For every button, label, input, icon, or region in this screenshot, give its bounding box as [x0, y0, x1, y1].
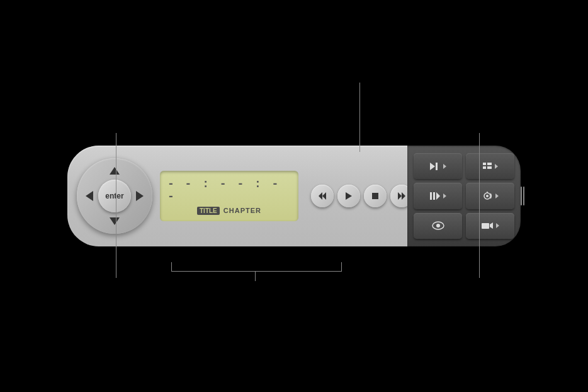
svg-marker-1: [322, 192, 326, 200]
nav-up-button[interactable]: [103, 161, 126, 180]
svg-marker-21: [490, 222, 493, 229]
svg-rect-20: [482, 223, 489, 229]
svg-marker-4: [398, 192, 402, 200]
display-panel: - - : - - : - - TITLE CHAPTER: [160, 171, 298, 221]
svg-marker-2: [346, 192, 352, 200]
nav-left-button[interactable]: [80, 185, 99, 207]
svg-rect-11: [487, 166, 492, 169]
svg-rect-3: [372, 193, 378, 199]
display-title-label: TITLE: [197, 207, 220, 215]
nav-down-button[interactable]: [103, 212, 126, 231]
svg-point-16: [486, 195, 489, 197]
svg-marker-5: [402, 192, 405, 200]
svg-rect-7: [436, 163, 438, 170]
svg-rect-8: [483, 163, 486, 165]
svg-point-19: [436, 224, 440, 228]
rewind-button[interactable]: [311, 185, 334, 207]
svg-marker-14: [436, 192, 440, 200]
pause-step-button[interactable]: [414, 183, 462, 209]
nav-pad[interactable]: enter: [77, 158, 152, 234]
svg-rect-12: [430, 192, 432, 200]
svg-rect-10: [483, 166, 486, 169]
enter-button[interactable]: enter: [98, 180, 131, 212]
svg-rect-13: [433, 192, 435, 200]
camera-button[interactable]: [466, 213, 514, 239]
nav-right-button[interactable]: [130, 185, 149, 207]
dark-panel: [407, 146, 521, 246]
svg-rect-9: [487, 163, 492, 165]
grid-menu-button[interactable]: [466, 153, 514, 179]
play-button[interactable]: [337, 185, 360, 207]
display-chapter-label: CHAPTER: [223, 207, 261, 214]
transport-controls: [311, 185, 413, 207]
stop-button[interactable]: [364, 185, 387, 207]
svg-marker-0: [319, 192, 322, 200]
play-skip-button[interactable]: [414, 153, 462, 179]
panel-divider: [521, 187, 524, 205]
svg-marker-6: [430, 163, 435, 170]
display-time: - - : - - : - -: [167, 178, 291, 203]
angle-button[interactable]: [414, 213, 462, 239]
audio-button[interactable]: [466, 183, 514, 209]
